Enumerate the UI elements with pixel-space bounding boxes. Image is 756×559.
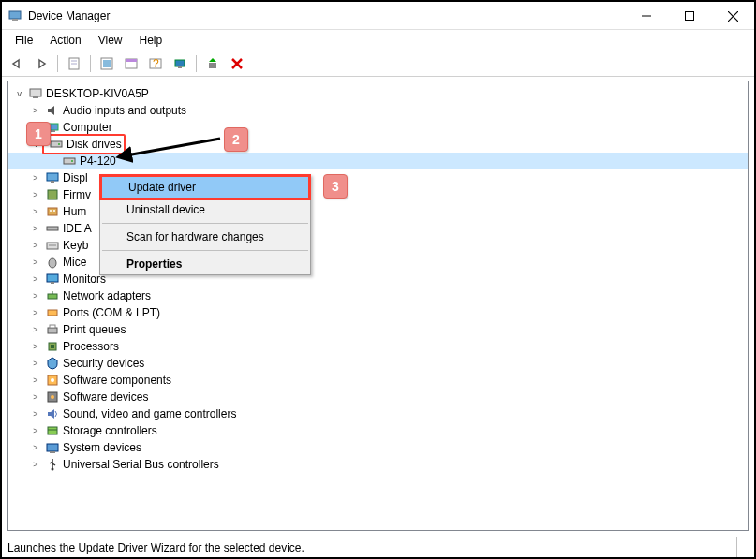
category-label: System devices: [63, 439, 141, 456]
svg-rect-39: [51, 282, 54, 284]
ide-icon: [45, 221, 60, 236]
chevron-down-icon[interactable]: ⅴ: [12, 85, 25, 102]
svg-rect-12: [126, 59, 137, 62]
chevron-right-icon[interactable]: >: [29, 372, 42, 389]
tree-category[interactable]: >System devices: [8, 439, 748, 456]
chevron-right-icon[interactable]: >: [29, 203, 42, 220]
category-label: Displ: [63, 169, 88, 186]
svg-rect-24: [51, 141, 62, 147]
chevron-right-icon[interactable]: >: [29, 338, 42, 355]
svg-rect-31: [48, 208, 57, 215]
svg-point-32: [50, 210, 52, 212]
category-label: Storage controllers: [63, 422, 157, 439]
tree-category[interactable]: >Universal Serial Bus controllers: [8, 456, 748, 473]
category-label: IDE A: [63, 220, 92, 237]
window-controls: [625, 2, 754, 30]
callout-3: 3: [323, 174, 348, 199]
svg-rect-21: [33, 96, 38, 98]
tree-category[interactable]: >Print queues: [8, 321, 748, 338]
status-text: Launches the Update Driver Wizard for th…: [7, 541, 304, 554]
svg-point-48: [51, 378, 54, 382]
chevron-right-icon[interactable]: >: [29, 389, 42, 405]
chevron-right-icon[interactable]: >: [29, 422, 42, 439]
chevron-right-icon[interactable]: >: [29, 304, 42, 321]
svg-rect-0: [9, 11, 21, 19]
svg-rect-15: [175, 60, 185, 66]
statusbar-divider: [660, 537, 660, 557]
action-window-icon[interactable]: [120, 53, 142, 74]
callout-2: 2: [224, 127, 248, 152]
ctx-uninstall-device[interactable]: Uninstall device: [100, 199, 310, 220]
display-icon: [45, 170, 60, 185]
statusbar-divider: [736, 537, 737, 557]
menu-action[interactable]: Action: [42, 32, 88, 49]
chevron-right-icon[interactable]: >: [29, 220, 42, 237]
ctx-properties[interactable]: Properties: [100, 254, 310, 274]
svg-point-27: [71, 160, 73, 162]
tree-root[interactable]: ⅴ DESKTOP-KIV0A5P: [8, 85, 748, 102]
forward-button[interactable]: [30, 53, 52, 74]
sound-icon: [45, 406, 60, 421]
disk-icon: [62, 154, 77, 169]
device-tree[interactable]: ⅴ DESKTOP-KIV0A5P >Audio inputs and outp…: [7, 81, 749, 531]
scan-hardware-icon[interactable]: [169, 53, 191, 74]
statusbar: Launches the Update Driver Wizard for th…: [2, 537, 754, 557]
menu-view[interactable]: View: [91, 32, 130, 49]
ctx-separator: [102, 250, 308, 251]
chevron-right-icon[interactable]: >: [29, 237, 42, 254]
chevron-right-icon[interactable]: >: [29, 405, 42, 422]
tree-category[interactable]: >Storage controllers: [8, 422, 748, 439]
tree-category[interactable]: >Security devices: [8, 355, 748, 372]
chevron-right-icon[interactable]: >: [29, 169, 42, 186]
computer-icon: [28, 86, 43, 101]
menu-file[interactable]: File: [7, 32, 40, 49]
back-button[interactable]: [6, 53, 28, 74]
maximize-button[interactable]: [668, 2, 711, 30]
tree-category[interactable]: ⅴDisk drives: [8, 136, 748, 153]
svg-rect-53: [47, 444, 58, 451]
chevron-right-icon[interactable]: >: [29, 271, 42, 287]
storage-icon: [45, 423, 60, 438]
usb-icon: [45, 457, 60, 472]
ctx-scan-hardware[interactable]: Scan for hardware changes: [100, 227, 310, 247]
chevron-right-icon[interactable]: >: [29, 287, 42, 304]
ctx-update-driver[interactable]: Update driver: [102, 177, 308, 198]
network-icon: [45, 288, 60, 303]
tree-category[interactable]: >Ports (COM & LPT): [8, 304, 748, 321]
minimize-button[interactable]: [625, 2, 668, 30]
svg-rect-28: [47, 173, 58, 181]
titlebar: Device Manager: [2, 2, 754, 30]
chevron-right-icon[interactable]: >: [29, 321, 42, 338]
properties-sheet-icon[interactable]: [63, 53, 85, 74]
tree-category[interactable]: >Sound, video and game controllers: [8, 405, 748, 422]
window-title: Device Manager: [28, 9, 110, 22]
chevron-right-icon[interactable]: >: [29, 102, 42, 119]
chevron-right-icon[interactable]: >: [29, 355, 42, 372]
menu-help[interactable]: Help: [132, 32, 170, 49]
svg-point-55: [52, 468, 54, 471]
chevron-right-icon[interactable]: >: [29, 439, 42, 456]
tree-category[interactable]: >Software components: [8, 372, 748, 389]
category-label: Disk drives: [67, 136, 122, 153]
close-button[interactable]: [711, 2, 754, 30]
ctx-separator: [102, 223, 308, 224]
tree-device[interactable]: P4-120: [8, 153, 748, 169]
help-icon[interactable]: [96, 53, 118, 74]
tree-category[interactable]: >Network adapters: [8, 287, 748, 304]
tree-category[interactable]: >Software devices: [8, 389, 748, 405]
svg-point-50: [51, 395, 54, 399]
update-driver-icon[interactable]: [201, 53, 224, 74]
tree-category[interactable]: >Processors: [8, 338, 748, 355]
chevron-right-icon[interactable]: >: [29, 254, 42, 271]
printer-icon: [45, 322, 60, 337]
category-label: Ports (COM & LPT): [63, 304, 160, 321]
chevron-right-icon[interactable]: >: [29, 186, 42, 203]
options-icon[interactable]: ?: [144, 53, 167, 74]
chevron-right-icon[interactable]: >: [29, 456, 42, 473]
firmware-icon: [45, 187, 60, 202]
uninstall-icon[interactable]: [226, 53, 248, 74]
svg-point-25: [58, 143, 60, 145]
tree-category[interactable]: >Audio inputs and outputs: [8, 102, 748, 119]
svg-rect-43: [48, 328, 57, 333]
device-label: P4-120: [80, 153, 116, 169]
